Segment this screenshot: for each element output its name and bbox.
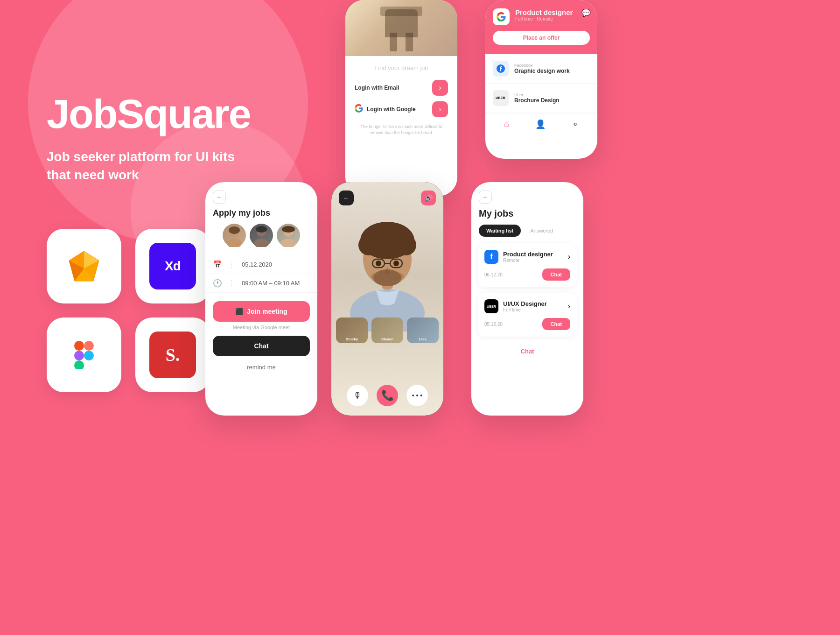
video-background: ← 🔊 — [331, 182, 443, 416]
fb-logo-myjobs: f — [484, 250, 498, 264]
date-row: 📅 ⋮ 05.12.2020 — [205, 255, 317, 274]
xd-icon: Xd — [149, 243, 196, 289]
facebook-job-title: Graphic design work — [514, 68, 590, 74]
job-card-title-1: Product designer — [503, 251, 553, 258]
chat-button[interactable]: Chat — [213, 336, 310, 356]
svg-rect-8 — [74, 351, 84, 360]
login-google-row[interactable]: Login with Google › — [355, 101, 448, 117]
job-list-item-facebook: Facebook Graphic design work — [485, 54, 597, 84]
login-email-label: Login with Email — [355, 85, 399, 91]
phone-myjobs: ← My jobs Waiting list Answered f Produc… — [471, 182, 583, 416]
login-google-arrow[interactable]: › — [432, 101, 448, 117]
remind-button[interactable]: remind me — [205, 361, 317, 374]
stucky-label: Stucky — [336, 337, 368, 341]
detail-dots-1: ⋮ — [228, 260, 236, 269]
slides-icon: S. — [149, 332, 196, 378]
avatar-row — [205, 224, 317, 255]
call-controls: 🎙 📞 • • • — [331, 385, 443, 406]
login-quote: The hunger for love is much more difficu… — [355, 124, 448, 135]
featured-job-info: Product designer Full time · Remote — [515, 8, 590, 21]
caller-stucky: Stucky — [336, 318, 368, 343]
figma-icon — [74, 341, 94, 369]
waiting-more-icon: › — [568, 253, 570, 261]
meeting-label: Meeting via Google meet — [205, 325, 317, 330]
svg-point-17 — [254, 239, 269, 247]
sketch-icon-box — [47, 229, 121, 303]
svg-rect-9 — [74, 360, 84, 369]
svg-point-34 — [376, 261, 381, 266]
more-options-button[interactable]: • • • — [406, 385, 428, 406]
svg-point-30 — [378, 226, 397, 245]
login-content: Find your dream job Login with Email › L… — [345, 56, 457, 144]
uber-logo: UBER — [493, 90, 509, 106]
video-person — [341, 191, 434, 332]
facebook-job-info: Facebook Graphic design work — [514, 63, 590, 74]
google-icon — [355, 104, 363, 114]
tab-answered[interactable]: Answered — [525, 225, 558, 237]
avatar-2 — [250, 224, 273, 247]
featured-job-title: Product designer — [515, 8, 590, 16]
uber-logo-myjobs: UBER — [484, 299, 498, 313]
back-button[interactable]: ← — [213, 190, 226, 204]
job-card-product-designer: f Product designer Remote › 06.12.20 Cha… — [478, 243, 577, 287]
video-person-area — [331, 182, 443, 341]
join-icon: ⬛ — [235, 308, 243, 315]
jobs-header: Product designer Full time · Remote Plac… — [485, 0, 597, 54]
svg-rect-7 — [84, 341, 94, 351]
myjobs-back-button[interactable]: ← — [479, 190, 492, 204]
job-card-type-1: Remote — [503, 258, 553, 263]
mic-button[interactable]: 🎙 — [347, 385, 368, 406]
job-list-item-uber: UBER Uber Brochure Design — [485, 84, 597, 113]
brand-tagline: Job seeker platform for UI kitsthat need… — [47, 148, 251, 184]
svg-point-35 — [393, 261, 399, 266]
svg-text:UBER: UBER — [496, 96, 505, 100]
phone-apply: ← Apply my jobs 📅 ⋮ — [205, 182, 317, 416]
time-row: 🕐 ⋮ 09:00 AM – 09:10 AM — [205, 274, 317, 293]
uiux-more-icon: › — [568, 302, 570, 310]
login-hero-image — [345, 0, 457, 56]
svg-rect-6 — [74, 341, 84, 351]
bottom-nav: ⌂ 👤 ⚬ — [485, 113, 597, 135]
app-icons-grid: Xd S. — [47, 229, 215, 397]
svg-point-20 — [281, 239, 296, 247]
place-offer-button[interactable]: Place an offer — [493, 31, 590, 45]
uber-company-name: Uber — [514, 92, 590, 97]
home-nav-icon[interactable]: ⌂ — [504, 119, 509, 129]
facebook-logo — [493, 61, 509, 77]
facebook-company-name: Facebook — [514, 63, 590, 68]
apply-header: ← — [205, 182, 317, 208]
caller-lisa: Lisa — [407, 318, 439, 343]
login-google-label: Login with Google — [367, 106, 416, 113]
svg-point-10 — [84, 351, 94, 360]
meeting-date: 05.12.2020 — [242, 261, 272, 268]
avatar-1 — [223, 224, 246, 247]
login-email-row[interactable]: Login with Email › — [355, 80, 448, 96]
uber-job-title: Brochure Design — [514, 97, 590, 104]
chat-button-1[interactable]: Chat — [542, 268, 570, 281]
briefcase-nav-icon[interactable]: 👤 — [535, 119, 546, 129]
chat-button-2[interactable]: Chat — [542, 318, 570, 330]
find-job-text: Find your dream job — [355, 64, 448, 71]
chat-icon: 💬 — [581, 8, 591, 17]
detail-dots-2: ⋮ — [228, 279, 236, 288]
bottom-chat-section: Chat — [471, 342, 583, 360]
end-call-button[interactable]: 📞 — [377, 385, 398, 406]
tab-row: Waiting list Answered — [471, 225, 583, 243]
person-nav-icon[interactable]: ⚬ — [572, 119, 579, 129]
svg-point-37 — [371, 271, 404, 282]
job-card-title-2: UI/UX Designer — [503, 300, 547, 307]
brand-title: JobSquare — [47, 93, 251, 134]
svg-point-21 — [282, 226, 295, 233]
myjobs-title: My jobs — [471, 208, 583, 225]
job-card-uiux-designer: UBER UI/UX Designer Full time › 05.12.20… — [478, 293, 577, 337]
login-email-arrow[interactable]: › — [432, 80, 448, 96]
join-meeting-button[interactable]: ⬛ Join meeting — [213, 301, 310, 322]
slides-icon-box: S. — [135, 318, 210, 392]
job-card-type-2: Full time — [503, 307, 547, 312]
calendar-icon: 📅 — [213, 260, 222, 269]
phone-login: Find your dream job Login with Email › L… — [345, 0, 457, 196]
uber-job-info: Uber Brochure Design — [514, 92, 590, 104]
svg-point-18 — [256, 226, 267, 233]
figma-icon-box — [47, 318, 121, 392]
tab-waiting-list[interactable]: Waiting list — [479, 225, 521, 237]
